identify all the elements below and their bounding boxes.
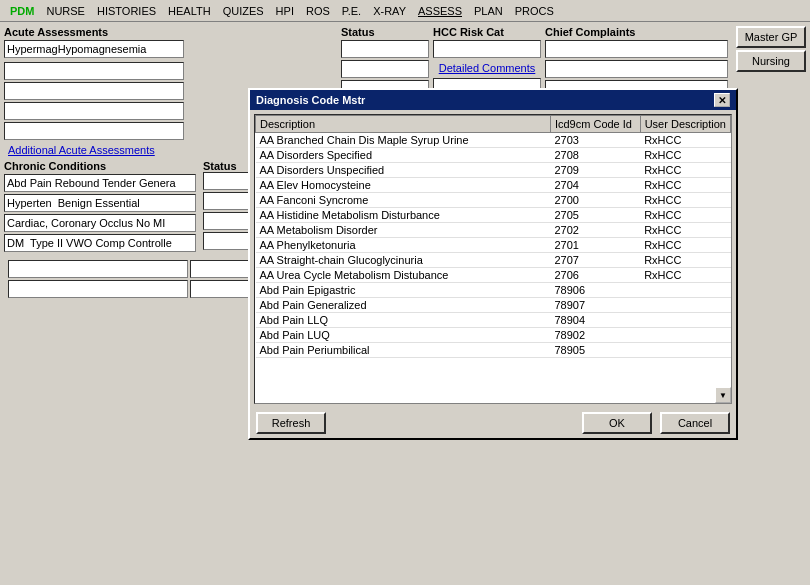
cell-code: 2702: [550, 223, 640, 238]
table-row[interactable]: AA Urea Cycle Metabolism Distubance 2706…: [256, 268, 731, 283]
cell-code: 78904: [550, 313, 640, 328]
menu-xray[interactable]: X-RAY: [367, 3, 412, 19]
menu-hpi[interactable]: HPI: [270, 3, 300, 19]
dialog-close-button[interactable]: ✕: [714, 93, 730, 107]
chronic-label: Chronic Conditions: [4, 160, 199, 172]
diagnosis-dialog: Diagnosis Code Mstr ✕ Description Icd9cm…: [248, 88, 738, 440]
table-row[interactable]: AA Branched Chain Dis Maple Syrup Urine …: [256, 133, 731, 148]
cell-user-desc: [640, 313, 730, 328]
cell-user-desc: RxHCC: [640, 193, 730, 208]
scroll-down-button[interactable]: ▼: [715, 387, 731, 403]
table-row[interactable]: AA Fanconi Syncrome 2700 RxHCC: [256, 193, 731, 208]
acute-input-2[interactable]: [4, 62, 184, 80]
master-gp-button[interactable]: Master GP: [736, 26, 806, 48]
cell-user-desc: RxHCC: [640, 178, 730, 193]
table-row[interactable]: Abd Pain LLQ 78904: [256, 313, 731, 328]
bottom-input-4[interactable]: [8, 280, 188, 298]
menu-histories[interactable]: HISTORIES: [91, 3, 162, 19]
table-row[interactable]: AA Disorders Specified 2708 RxHCC: [256, 148, 731, 163]
diagnosis-table-container: Description Icd9cm Code Id User Descript…: [254, 114, 732, 404]
dialog-title: Diagnosis Code Mstr: [256, 94, 365, 106]
menu-pdm[interactable]: PDM: [4, 3, 40, 19]
table-row[interactable]: AA Disorders Unspecified 2709 RxHCC: [256, 163, 731, 178]
hcc-input-1[interactable]: [433, 40, 541, 58]
chronic-item[interactable]: [4, 174, 196, 192]
diag-tbody: AA Branched Chain Dis Maple Syrup Urine …: [256, 133, 731, 358]
acute-input-1[interactable]: [4, 40, 184, 58]
cell-code: 2706: [550, 268, 640, 283]
cell-description: Abd Pain Periumbilical: [256, 343, 551, 358]
nursing-button[interactable]: Nursing: [736, 50, 806, 72]
table-row[interactable]: Abd Pain Periumbilical 78905: [256, 343, 731, 358]
chief-input-2[interactable]: [545, 60, 728, 78]
cell-code: 78906: [550, 283, 640, 298]
acute-input-5[interactable]: [4, 122, 184, 140]
col-icd9: Icd9cm Code Id: [550, 116, 640, 133]
table-row[interactable]: AA Elev Homocysteine 2704 RxHCC: [256, 178, 731, 193]
cell-user-desc: RxHCC: [640, 253, 730, 268]
refresh-button[interactable]: Refresh: [256, 412, 326, 434]
cell-description: AA Elev Homocysteine: [256, 178, 551, 193]
chronic-item[interactable]: [4, 214, 196, 232]
cell-user-desc: RxHCC: [640, 268, 730, 283]
menu-pe[interactable]: P.E.: [336, 3, 367, 19]
chief-label: Chief Complaints: [545, 26, 728, 38]
cell-code: 2703: [550, 133, 640, 148]
menu-plan[interactable]: PLAN: [468, 3, 509, 19]
cell-description: Abd Pain LUQ: [256, 328, 551, 343]
cell-description: AA Urea Cycle Metabolism Distubance: [256, 268, 551, 283]
table-row[interactable]: AA Straight-chain Glucoglycinuria 2707 R…: [256, 253, 731, 268]
status-input-2[interactable]: [341, 60, 429, 78]
chronic-item[interactable]: [4, 234, 196, 252]
cell-user-desc: RxHCC: [640, 208, 730, 223]
cell-user-desc: [640, 328, 730, 343]
cell-code: 78902: [550, 328, 640, 343]
cell-code: 2709: [550, 163, 640, 178]
additional-assessments-link[interactable]: Additional Acute Assessments: [8, 144, 155, 156]
acute-label: Acute Assessments: [4, 26, 337, 38]
cell-user-desc: [640, 343, 730, 358]
bottom-input-1[interactable]: [8, 260, 188, 278]
menu-bar: PDM NURSE HISTORIES HEALTH QUIZES HPI RO…: [0, 0, 810, 22]
table-row[interactable]: Abd Pain Generalized 78907: [256, 298, 731, 313]
table-row[interactable]: AA Phenylketonuria 2701 RxHCC: [256, 238, 731, 253]
cell-user-desc: [640, 298, 730, 313]
menu-quizes[interactable]: QUIZES: [217, 3, 270, 19]
acute-input-4[interactable]: [4, 102, 184, 120]
table-row[interactable]: Abd Pain Epigastric 78906: [256, 283, 731, 298]
acute-input-3[interactable]: [4, 82, 184, 100]
cell-user-desc: RxHCC: [640, 238, 730, 253]
diagnosis-table: Description Icd9cm Code Id User Descript…: [255, 115, 731, 358]
dialog-footer: Refresh OK Cancel: [250, 408, 736, 438]
chief-input-1[interactable]: [545, 40, 728, 58]
status-input-1[interactable]: [341, 40, 429, 58]
col-description: Description: [256, 116, 551, 133]
cell-code: 78907: [550, 298, 640, 313]
menu-nurse[interactable]: NURSE: [40, 3, 91, 19]
table-row[interactable]: AA Metabolism Disorder 2702 RxHCC: [256, 223, 731, 238]
menu-ros[interactable]: ROS: [300, 3, 336, 19]
cell-description: AA Disorders Unspecified: [256, 163, 551, 178]
menu-health[interactable]: HEALTH: [162, 3, 217, 19]
table-row[interactable]: AA Histidine Metabolism Disturbance 2705…: [256, 208, 731, 223]
ok-button[interactable]: OK: [582, 412, 652, 434]
cell-description: AA Histidine Metabolism Disturbance: [256, 208, 551, 223]
status-label: Status: [341, 26, 429, 38]
chronic-item[interactable]: [4, 194, 196, 212]
cell-user-desc: RxHCC: [640, 133, 730, 148]
cell-code: 78905: [550, 343, 640, 358]
menu-procs[interactable]: PROCS: [509, 3, 560, 19]
cell-user-desc: RxHCC: [640, 223, 730, 238]
cell-user-desc: [640, 283, 730, 298]
cell-code: 2708: [550, 148, 640, 163]
cell-description: AA Phenylketonuria: [256, 238, 551, 253]
cancel-button[interactable]: Cancel: [660, 412, 730, 434]
cell-code: 2707: [550, 253, 640, 268]
cell-code: 2701: [550, 238, 640, 253]
dialog-titlebar: Diagnosis Code Mstr ✕: [250, 90, 736, 110]
menu-assess[interactable]: ASSESS: [412, 3, 468, 19]
table-row[interactable]: Abd Pain LUQ 78902: [256, 328, 731, 343]
cell-code: 2704: [550, 178, 640, 193]
detailed-comments-link[interactable]: Detailed Comments: [433, 62, 541, 74]
hcc-label: HCC Risk Cat: [433, 26, 541, 38]
